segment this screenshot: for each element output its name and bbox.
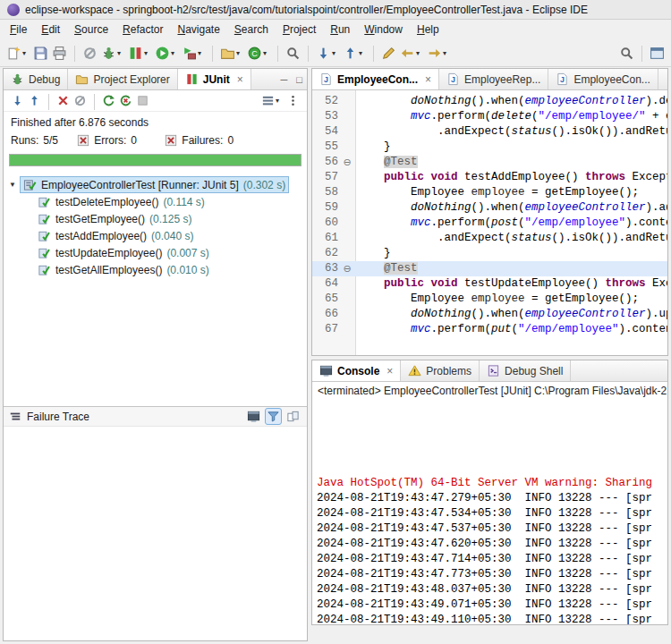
menu-navigate[interactable]: Navigate [170,21,226,38]
coverage-button[interactable]: ▾ [126,44,153,63]
console-tab-label: Debug Shell [505,365,563,377]
previous-annotation-button[interactable]: ▾ [341,44,368,63]
tab-junit[interactable]: JUnit × [178,69,251,89]
console-tab-icon [408,364,421,377]
fold-marker-icon[interactable] [341,307,353,322]
show-trace-in-console-button[interactable] [245,408,262,425]
rerun-failed-first-button[interactable] [117,92,134,109]
line-number: 65 [312,292,341,307]
tab-employee-controller-test[interactable]: EmployeeCon... × [312,69,439,89]
view-menu-button[interactable] [285,92,302,109]
dropdown-arrow-icon[interactable]: ▾ [416,49,423,57]
new-wizard-button[interactable]: ▾ [4,44,31,63]
fold-marker-icon[interactable]: ⊖ [341,155,353,170]
tab-problems[interactable]: Problems [401,360,480,381]
fold-marker-icon[interactable] [341,231,353,246]
fold-marker-icon[interactable] [341,185,353,200]
menu-help[interactable]: Help [410,21,446,38]
test-result-item[interactable]: testAddEmployee() (0.040 s) [5,227,305,244]
filter-stack-trace-button[interactable] [265,408,282,425]
fold-marker-icon[interactable] [341,140,353,155]
code-editor[interactable]: 52 doNothing().when(employeeController).… [312,90,667,355]
next-failed-test-button[interactable] [9,92,26,109]
quick-access-button[interactable] [617,44,636,63]
maximize-view-button[interactable]: □ [292,69,307,89]
view-toolbar-icon [28,94,41,107]
test-run-history-button[interactable]: ▾ [259,92,285,109]
fold-marker-icon[interactable] [341,170,353,185]
fold-marker-icon[interactable] [341,276,353,292]
minimize-view-button[interactable]: ─ [276,69,293,89]
dropdown-arrow-icon[interactable]: ▾ [171,49,178,57]
menu-search[interactable]: Search [227,21,276,38]
back-button[interactable]: ▾ [398,44,425,63]
fold-marker-icon[interactable] [341,124,353,140]
expander-icon[interactable]: ▼ [5,181,20,189]
tab-employee-controller[interactable]: EmployeeCon... [548,69,658,89]
test-result-item[interactable]: testUpdateEmployee() (0.007 s) [5,244,305,261]
next-annotation-button[interactable]: ▾ [314,44,341,63]
dropdown-arrow-icon[interactable]: ▾ [359,49,366,57]
stop-junit-button[interactable] [134,92,151,109]
new-java-project-button[interactable]: ▾ [218,44,245,63]
fold-marker-icon[interactable] [341,322,353,337]
test-result-item[interactable]: testGetAllEmployees() (0.010 s) [5,261,305,278]
tab-debug-shell[interactable]: Debug Shell [480,360,571,381]
fold-marker-icon[interactable] [341,200,353,216]
show-failures-only-button[interactable] [55,92,72,109]
print-button[interactable] [50,44,69,63]
new-java-class-button[interactable]: ▾ [245,44,272,63]
close-icon[interactable]: × [425,73,431,86]
close-icon[interactable]: × [386,365,393,377]
java-perspective-button[interactable] [648,44,667,63]
previous-failed-test-button[interactable] [26,92,43,109]
rerun-test-button[interactable] [100,92,117,109]
menu-project[interactable]: Project [276,21,323,38]
java-search-button[interactable] [284,44,302,63]
test-result-item[interactable]: testDeleteEmployee() (0.114 s) [5,193,305,210]
fold-marker-icon[interactable] [341,216,353,231]
console-output[interactable]: Java HotSpot(TM) 64-Bit Server VM warnin… [312,399,667,625]
last-edit-location-button[interactable] [379,44,398,63]
test-suite-ok-icon [23,178,37,191]
compare-result-button[interactable] [285,408,302,425]
selected-test-suite[interactable]: EmployeeControllerTest [Runner: JUnit 5]… [20,176,289,193]
test-ok-icon [38,195,51,208]
dropdown-arrow-icon[interactable]: ▾ [236,49,243,57]
dropdown-arrow-icon[interactable]: ▾ [22,49,30,57]
fold-marker-icon[interactable] [341,246,353,261]
tab-debug[interactable]: Debug [4,69,68,89]
close-icon[interactable]: × [237,73,243,86]
forward-button[interactable]: ▾ [425,44,452,63]
tab-project-explorer[interactable]: Project Explorer [68,69,177,89]
debug-button[interactable]: ▾ [99,44,126,63]
skip-breakpoints-button[interactable] [81,44,99,63]
menu-file[interactable]: File [3,21,34,38]
external-tools-button[interactable]: ▾ [180,44,207,63]
dropdown-arrow-icon[interactable]: ▾ [263,49,270,57]
dropdown-arrow-icon[interactable]: ▾ [117,49,124,57]
dropdown-arrow-icon[interactable]: ▾ [144,49,151,57]
dropdown-arrow-icon[interactable]: ▾ [443,49,450,57]
menu-edit[interactable]: Edit [34,21,67,38]
dropdown-arrow-icon[interactable]: ▾ [276,97,283,105]
test-result-item[interactable]: testGetEmployee() (0.125 s) [5,210,305,227]
fold-marker-icon[interactable] [341,109,353,124]
dropdown-arrow-icon[interactable]: ▾ [198,49,205,57]
tab-console[interactable]: Console × [312,360,401,381]
show-skipped-tests-button[interactable] [72,92,89,109]
dropdown-arrow-icon[interactable]: ▾ [332,49,339,57]
workspace: Debug Project Explorer JUnit × ─ □ [0,68,671,644]
tab-employee-repository[interactable]: EmployeeRep... [439,69,548,89]
tree-root-item[interactable]: ▼ EmployeeControllerTest [Runner: JUnit … [5,176,305,193]
console-line: 2024-08-21T19:43:48.037+05:30 INFO 13228… [317,582,663,597]
menu-source[interactable]: Source [67,21,115,38]
run-button[interactable]: ▾ [153,44,180,63]
fold-marker-icon[interactable] [341,94,353,109]
save-button[interactable] [31,44,50,63]
menu-run[interactable]: Run [323,21,357,38]
fold-marker-icon[interactable] [341,292,353,307]
menu-refactor[interactable]: Refactor [115,21,170,38]
menu-window[interactable]: Window [357,21,410,38]
fold-marker-icon[interactable]: ⊖ [341,261,353,276]
